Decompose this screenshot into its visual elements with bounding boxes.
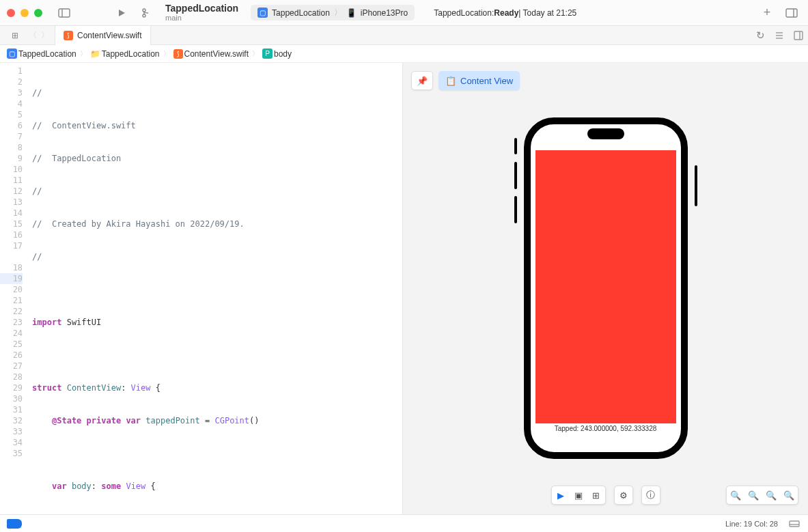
window-minimize-button[interactable] — [20, 9, 29, 17]
preview-device-settings-button[interactable]: ⚙ — [615, 486, 632, 504]
device-preview: Tapped: 243.000000, 592.333328 — [524, 63, 688, 459]
phone-side-button — [514, 196, 517, 223]
clipboard-icon: 📋 — [445, 76, 456, 86]
project-icon: ▢ — [7, 48, 17, 59]
preview-content-view-button[interactable]: 📋 Content View — [438, 71, 520, 90]
build-status: TappedLocation: Ready | Today at 21:25 — [427, 6, 583, 20]
window-zoom-button[interactable] — [34, 9, 42, 17]
swift-icon: ⟆ — [64, 31, 73, 40]
preview-info-button[interactable]: ⓘ — [642, 486, 660, 504]
preview-variants-button[interactable]: ⊞ — [587, 486, 605, 504]
cursor-position: Line: 19 Col: 28 — [725, 520, 778, 528]
code-line: // — [32, 186, 402, 197]
toolbar: TappedLocation main ▢ TappedLocation 〉 📱… — [0, 0, 808, 26]
preview-canvas[interactable]: 📌 📋 Content View Tapped: 243.000000, 592… — [403, 63, 808, 514]
tapped-label: Tapped: 243.000000, 592.333328 — [555, 425, 657, 432]
app-icon: ▢ — [257, 8, 268, 18]
scheme-selector[interactable]: ▢ TappedLocation 〉 📱 iPhone13Pro — [251, 5, 415, 20]
app-content[interactable]: Tapped: 243.000000, 592.333328 — [535, 150, 676, 452]
adjust-editor-icon[interactable] — [770, 27, 789, 44]
tab-bar: ⊞ 〈 〉 ⟆ ContentView.swift ↻ — [0, 26, 808, 45]
window-close-button[interactable] — [7, 9, 15, 17]
property-icon: P — [262, 48, 273, 59]
phone-frame[interactable]: Tapped: 243.000000, 592.333328 — [524, 117, 688, 459]
swift-icon: ⟆ — [173, 49, 183, 59]
scheme-name: TappedLocation — [272, 8, 330, 18]
svg-point-2 — [143, 9, 145, 12]
crumb-project[interactable]: TappedLocation — [18, 49, 76, 59]
status-bar: Line: 19 Col: 28 — [0, 514, 808, 532]
crumb-folder[interactable]: TappedLocation — [102, 49, 160, 59]
device-name: iPhone13Pro — [361, 8, 408, 18]
code-line: // — [32, 251, 402, 262]
crumb-symbol[interactable]: body — [274, 49, 292, 59]
scheme-menu-icon[interactable] — [137, 5, 156, 21]
svg-rect-0 — [59, 9, 70, 17]
branch-name: main — [165, 14, 182, 22]
status-ready: Ready — [494, 8, 518, 18]
mini-debug-icon[interactable] — [788, 516, 801, 532]
phone-side-button — [514, 138, 517, 154]
svg-rect-11 — [790, 521, 799, 527]
file-tab-label: ContentView.swift — [77, 31, 142, 40]
zoom-actual-button[interactable]: 🔍 — [762, 486, 780, 504]
code-line: // ContentView.swift — [32, 120, 402, 131]
chevron-right-icon: 〉 — [78, 49, 89, 59]
phone-icon: 📱 — [346, 8, 357, 18]
code-line: struct ContentView: View { — [32, 382, 402, 393]
project-name: TappedLocation — [165, 3, 238, 14]
svg-rect-9 — [794, 31, 803, 40]
nav-back-icon[interactable]: 〈 — [29, 29, 37, 41]
phone-side-button — [514, 162, 517, 189]
preview-selectable-button[interactable]: ▣ — [570, 486, 587, 504]
tap-area[interactable] — [535, 150, 676, 423]
code-line — [32, 284, 402, 295]
code-line: // TappedLocation — [32, 153, 402, 164]
toggle-navigator-icon[interactable] — [55, 5, 74, 21]
zoom-in-button[interactable]: 🔍 — [780, 486, 798, 504]
file-tab-contentview[interactable]: ⟆ ContentView.swift — [55, 26, 151, 45]
status-prefix: TappedLocation: — [434, 8, 494, 18]
line-gutter: 1234567891011121314151617181920212223242… — [0, 63, 28, 514]
related-items-icon[interactable]: ⊞ — [5, 27, 25, 44]
zoom-out-button[interactable]: 🔍 — [727, 486, 744, 504]
zoom-fit-button[interactable]: 🔍 — [744, 486, 762, 504]
code-line — [32, 350, 402, 361]
tab-nav: ⊞ 〈 〉 — [0, 27, 55, 44]
run-button[interactable] — [112, 5, 131, 21]
zoom-controls: 🔍 🔍 🔍 🔍 — [726, 486, 798, 505]
content-view-label: Content View — [460, 76, 513, 86]
pin-icon: 📌 — [417, 76, 428, 86]
code-line: // — [32, 87, 402, 98]
jump-bar[interactable]: ▢ TappedLocation 〉 📁 TappedLocation 〉 ⟆ … — [0, 45, 808, 63]
phone-notch — [587, 128, 624, 139]
code-editor[interactable]: 1234567891011121314151617181920212223242… — [0, 63, 403, 514]
crumb-file[interactable]: ContentView.swift — [184, 49, 249, 59]
svg-point-3 — [143, 14, 145, 17]
phone-side-button — [695, 165, 697, 206]
project-title: TappedLocation main — [165, 3, 238, 22]
code-line: var body: some View { — [32, 481, 402, 492]
status-time: | Today at 21:25 — [518, 8, 576, 18]
code-line — [32, 448, 402, 459]
folder-icon: 📁 — [90, 49, 100, 59]
debug-pointer-icon[interactable] — [7, 519, 22, 529]
nav-forward-icon[interactable]: 〉 — [41, 29, 49, 41]
library-icon[interactable] — [782, 5, 801, 21]
code-line: // Created by Akira Hayashi on 2022/09/1… — [32, 219, 402, 229]
code-content[interactable]: // // ContentView.swift // TappedLocatio… — [28, 63, 402, 514]
refresh-icon[interactable]: ↻ — [751, 27, 770, 44]
code-line: @State private var tappedPoint = CGPoint… — [32, 415, 402, 426]
window-traffic-lights — [7, 9, 42, 17]
pin-preview-button[interactable]: 📌 — [411, 71, 433, 90]
chevron-right-icon: 〉 — [250, 49, 261, 59]
code-line: import SwiftUI — [32, 317, 402, 328]
chevron-right-icon: 〉 — [334, 7, 342, 18]
svg-rect-4 — [786, 9, 797, 17]
main-area: 1234567891011121314151617181920212223242… — [0, 63, 808, 514]
editor-layout-icon[interactable] — [789, 27, 808, 44]
chevron-right-icon: 〉 — [161, 49, 172, 59]
preview-live-button[interactable]: ▶ — [552, 486, 570, 504]
add-button[interactable]: + — [757, 5, 777, 21]
